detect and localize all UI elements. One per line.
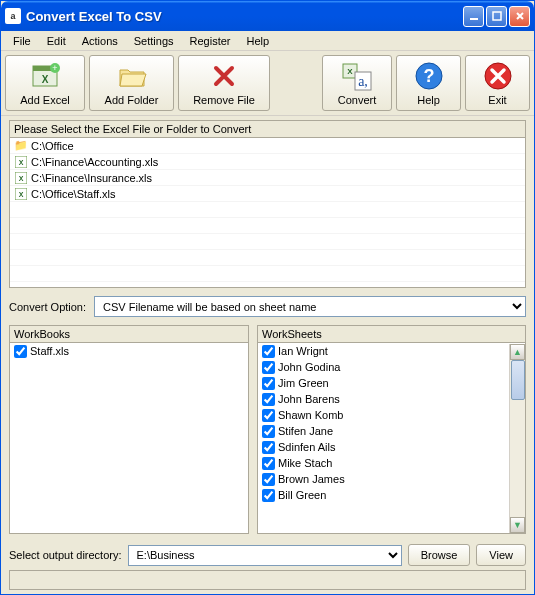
add-folder-button[interactable]: Add Folder bbox=[89, 55, 174, 111]
worksheets-scrollbar[interactable]: ▲ ▼ bbox=[509, 344, 525, 533]
worksheet-checkbox[interactable] bbox=[262, 473, 275, 486]
svg-text:X: X bbox=[19, 175, 24, 182]
help-icon: ? bbox=[413, 60, 445, 92]
window-title: Convert Excel To CSV bbox=[26, 9, 463, 24]
worksheet-item[interactable]: Stifen Jane bbox=[258, 423, 509, 439]
worksheet-checkbox[interactable] bbox=[262, 489, 275, 502]
file-row[interactable]: XC:\Office\Staff.xls bbox=[10, 186, 525, 202]
workbooks-header: WorkBooks bbox=[10, 326, 248, 343]
menu-actions[interactable]: Actions bbox=[74, 33, 126, 49]
scroll-up-button[interactable]: ▲ bbox=[510, 344, 525, 360]
help-label: Help bbox=[417, 94, 440, 106]
maximize-button[interactable] bbox=[486, 6, 507, 27]
folder-icon bbox=[116, 60, 148, 92]
convert-option-label: Convert Option: bbox=[9, 301, 86, 313]
menu-help[interactable]: Help bbox=[239, 33, 278, 49]
worksheet-item[interactable]: Shawn Komb bbox=[258, 407, 509, 423]
remove-file-button[interactable]: Remove File bbox=[178, 55, 270, 111]
menu-edit[interactable]: Edit bbox=[39, 33, 74, 49]
toolbar: X+ Add Excel Add Folder Remove File Xa, … bbox=[1, 51, 534, 116]
menu-settings[interactable]: Settings bbox=[126, 33, 182, 49]
worksheet-item[interactable]: John Barens bbox=[258, 391, 509, 407]
svg-text:+: + bbox=[52, 63, 57, 73]
worksheet-checkbox[interactable] bbox=[262, 377, 275, 390]
convert-label: Convert bbox=[338, 94, 377, 106]
file-row-empty bbox=[10, 250, 525, 266]
browse-button[interactable]: Browse bbox=[408, 544, 471, 566]
exit-button[interactable]: Exit bbox=[465, 55, 530, 111]
workbook-checkbox[interactable] bbox=[14, 345, 27, 358]
add-folder-label: Add Folder bbox=[105, 94, 159, 106]
worksheet-item[interactable]: Sdinfen Ails bbox=[258, 439, 509, 455]
worksheets-header: WorkSheets bbox=[258, 326, 525, 343]
worksheet-item[interactable]: Ian Wrignt bbox=[258, 343, 509, 359]
menu-register[interactable]: Register bbox=[182, 33, 239, 49]
excel-add-icon: X+ bbox=[29, 60, 61, 92]
remove-icon bbox=[208, 60, 240, 92]
worksheet-item[interactable]: Brown James bbox=[258, 471, 509, 487]
file-row-empty bbox=[10, 218, 525, 234]
remove-file-label: Remove File bbox=[193, 94, 255, 106]
worksheet-checkbox[interactable] bbox=[262, 425, 275, 438]
workbook-item[interactable]: Staff.xls bbox=[10, 343, 248, 359]
file-list[interactable]: 📁C:\OfficeXC:\Finance\Accounting.xlsXC:\… bbox=[10, 138, 525, 286]
worksheet-checkbox[interactable] bbox=[262, 457, 275, 470]
exit-icon bbox=[482, 60, 514, 92]
file-row-empty bbox=[10, 234, 525, 250]
minimize-button[interactable] bbox=[463, 6, 484, 27]
app-window: a Convert Excel To CSV File Edit Actions… bbox=[0, 0, 535, 595]
file-row[interactable]: XC:\Finance\Insurance.xls bbox=[10, 170, 525, 186]
file-row[interactable]: 📁C:\Office bbox=[10, 138, 525, 154]
worksheet-item[interactable]: John Godina bbox=[258, 359, 509, 375]
output-dir-select[interactable]: E:\Business bbox=[128, 545, 402, 566]
workbooks-list[interactable]: Staff.xls bbox=[10, 343, 248, 533]
help-button[interactable]: ? Help bbox=[396, 55, 461, 111]
file-panel: Please Select the Excel File or Folder t… bbox=[9, 120, 526, 288]
worksheet-checkbox[interactable] bbox=[262, 393, 275, 406]
menubar: File Edit Actions Settings Register Help bbox=[1, 31, 534, 51]
svg-rect-0 bbox=[470, 18, 478, 20]
exit-label: Exit bbox=[488, 94, 506, 106]
menu-file[interactable]: File bbox=[5, 33, 39, 49]
file-row[interactable]: XC:\Finance\Accounting.xls bbox=[10, 154, 525, 170]
convert-button[interactable]: Xa, Convert bbox=[322, 55, 392, 111]
file-row-empty bbox=[10, 282, 525, 286]
worksheet-checkbox[interactable] bbox=[262, 409, 275, 422]
view-button[interactable]: View bbox=[476, 544, 526, 566]
workbooks-panel: WorkBooks Staff.xls bbox=[9, 325, 249, 534]
worksheet-item[interactable]: Mike Stach bbox=[258, 455, 509, 471]
svg-rect-1 bbox=[493, 12, 501, 20]
svg-text:X: X bbox=[42, 74, 49, 85]
add-excel-label: Add Excel bbox=[20, 94, 70, 106]
scroll-thumb[interactable] bbox=[511, 360, 525, 400]
svg-text:X: X bbox=[347, 67, 353, 76]
svg-text:X: X bbox=[19, 191, 24, 198]
worksheets-panel: WorkSheets Ian WrigntJohn GodinaJim Gree… bbox=[257, 325, 526, 534]
svg-text:?: ? bbox=[423, 66, 434, 86]
worksheet-item[interactable]: Jim Green bbox=[258, 375, 509, 391]
file-row-empty bbox=[10, 202, 525, 218]
worksheet-checkbox[interactable] bbox=[262, 361, 275, 374]
app-icon: a bbox=[5, 8, 21, 24]
worksheets-list[interactable]: Ian WrigntJohn GodinaJim GreenJohn Baren… bbox=[258, 343, 509, 533]
close-button[interactable] bbox=[509, 6, 530, 27]
titlebar[interactable]: a Convert Excel To CSV bbox=[1, 1, 534, 31]
worksheet-checkbox[interactable] bbox=[262, 441, 275, 454]
worksheet-item[interactable]: Bill Green bbox=[258, 487, 509, 503]
convert-icon: Xa, bbox=[341, 60, 373, 92]
file-row-empty bbox=[10, 266, 525, 282]
svg-text:a,: a, bbox=[358, 74, 368, 89]
statusbar bbox=[9, 570, 526, 590]
output-dir-label: Select output directory: bbox=[9, 549, 122, 561]
add-excel-button[interactable]: X+ Add Excel bbox=[5, 55, 85, 111]
svg-text:X: X bbox=[19, 159, 24, 166]
file-panel-header: Please Select the Excel File or Folder t… bbox=[10, 121, 525, 138]
scroll-down-button[interactable]: ▼ bbox=[510, 517, 525, 533]
worksheet-checkbox[interactable] bbox=[262, 345, 275, 358]
convert-option-select[interactable]: CSV Filename will be based on sheet name bbox=[94, 296, 526, 317]
